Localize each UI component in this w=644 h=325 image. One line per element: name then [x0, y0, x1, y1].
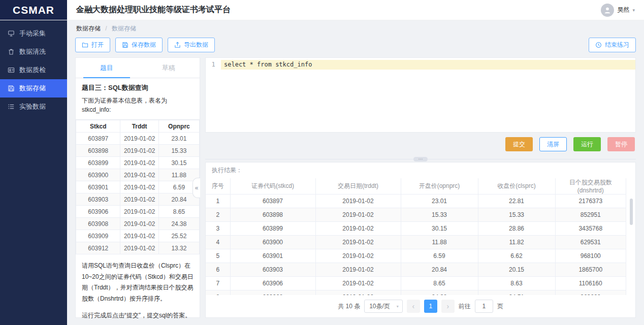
table-row: 8 603908 2019-01-02 24.38 24.51 963600 — [206, 290, 626, 296]
cell-index: 3 — [206, 222, 230, 236]
question-table-header: Trddt — [120, 120, 158, 133]
cell-opnprc: 25.52 — [158, 230, 199, 242]
cell-clsprc: 6.62 — [478, 249, 555, 263]
panel-collapse-button[interactable]: « — [192, 178, 200, 198]
cell-clsprc: 22.81 — [478, 194, 555, 208]
cell-trddt: 2019-01-02 — [120, 157, 158, 169]
table-row: 1 603897 2019-01-02 23.01 22.81 2176373 — [206, 194, 626, 208]
run-button[interactable]: 运行 — [573, 137, 601, 151]
open-button-label: 打开 — [91, 41, 104, 49]
app-logo: CSMAR — [0, 0, 67, 20]
table-row: 3 603899 2019-01-02 30.15 28.86 3435768 — [206, 222, 626, 236]
pagination: 共 10 条 10条/页 ▾ ‹ 1 › — [206, 295, 635, 317]
cell-stkcd: 603908 — [230, 290, 315, 296]
cell-opnprc: 20.84 — [401, 263, 478, 277]
cell-trddt: 2019-01-02 — [315, 208, 401, 222]
sidebar-item-data-quality[interactable]: 数据质检 — [0, 61, 67, 79]
cell-clsprc: 11.82 — [478, 236, 555, 249]
results-header: 日个股交易股数(dnshrtrd) — [555, 178, 626, 194]
cell-dnshrtrd: 629531 — [555, 236, 626, 249]
page-size-select[interactable]: 10条/页 ▾ — [364, 300, 403, 313]
results-panel: 执行结果： 序号 证券代码(stkcd) 交易日期(trddt) 开盘价(op — [205, 162, 636, 318]
tab-draft[interactable]: 草稿 — [138, 58, 200, 78]
page-number-button[interactable]: 1 — [424, 300, 437, 313]
toolbar: 打开 保存数据 导出数据 结束练习 — [75, 38, 636, 52]
sql-code-input[interactable]: select * from stkcd_info — [221, 60, 635, 70]
chevron-down-icon: ▾ — [632, 8, 635, 13]
cell-index: 7 — [206, 277, 230, 290]
cell-opnprc: 15.33 — [401, 208, 478, 222]
sidebar-item-data-clean[interactable]: 数据清洗 — [0, 43, 67, 61]
results-header-row: 序号 证券代码(stkcd) 交易日期(trddt) 开盘价(opnprc) 收… — [206, 178, 626, 194]
cell-dnshrtrd: 852951 — [555, 208, 626, 222]
user-icon — [603, 6, 611, 14]
cell-trddt: 2019-01-02 — [120, 230, 158, 242]
cell-clsprc: 20.15 — [478, 263, 555, 277]
sidebar-item-data-storage[interactable]: 数据存储 — [0, 79, 67, 98]
cell-dnshrtrd: 3435768 — [555, 222, 626, 236]
user-menu[interactable]: 昊然 ▾ — [601, 4, 635, 17]
end-practice-button[interactable]: 结束练习 — [589, 38, 636, 52]
question-panel-tabs: 题目 草稿 — [76, 58, 200, 78]
cell-index: 8 — [206, 290, 230, 296]
cell-stkcd: 603912 — [76, 242, 120, 254]
question-note: 运行完成后点击“提交”，提交sql的答案。 — [76, 304, 200, 321]
question-table-row: 603908 2019-01-02 24.38 — [76, 218, 200, 230]
export-data-button[interactable]: 导出数据 — [168, 38, 215, 52]
editor-line: 1 select * from stkcd_info — [206, 60, 635, 70]
cell-trddt: 2019-01-02 — [120, 206, 158, 218]
question-title: 题目三：SQL数据查询 — [76, 78, 200, 96]
vertical-scrollbar[interactable] — [630, 199, 633, 225]
cell-trddt: 2019-01-02 — [315, 194, 401, 208]
goto-page-input[interactable] — [475, 300, 493, 313]
cell-index: 2 — [206, 208, 230, 222]
cell-clsprc: 8.63 — [478, 277, 555, 290]
cell-opnprc: 23.01 — [401, 194, 478, 208]
question-table-row: 603906 2019-01-02 8.65 — [76, 206, 200, 218]
cell-index: 5 — [206, 249, 230, 263]
open-button[interactable]: 打开 — [75, 38, 110, 52]
question-table-row: 603903 2019-01-02 20.84 — [76, 193, 200, 206]
next-page-button[interactable]: › — [441, 300, 455, 313]
table-row: 2 603898 2019-01-02 15.33 15.33 852951 — [206, 208, 626, 222]
cell-trddt: 2019-01-02 — [120, 242, 158, 254]
save-data-button[interactable]: 保存数据 — [115, 38, 163, 52]
sidebar-item-manual-collect[interactable]: 手动采集 — [0, 24, 67, 43]
cell-stkcd: 603897 — [76, 133, 120, 145]
chevron-right-icon: › — [447, 302, 449, 310]
results-header: 序号 — [206, 178, 230, 194]
topbar: CSMAR 金融大数据处理职业技能等级证书考试平台 昊然 ▾ — [0, 0, 644, 20]
question-instructions: 请用SQL语句查询日收盘价（Clsprc）在10~20之间的证券代码（Stkcd… — [76, 254, 200, 304]
results-header: 开盘价(opnprc) — [401, 178, 478, 194]
cell-index: 1 — [206, 194, 230, 208]
cell-trddt: 2019-01-02 — [120, 218, 158, 230]
prev-page-button[interactable]: ‹ — [407, 300, 420, 313]
cell-stkcd: 603906 — [76, 206, 120, 218]
clock-icon — [595, 42, 602, 48]
workbench: 1 select * from stkcd_info 提交 清屏 运行 暂停 ⋯ — [205, 57, 636, 318]
sidebar: 手动采集 数据清洗 数据质检 数据存储 实验数据 — [0, 20, 67, 325]
question-panel: 题目 草稿 题目三：SQL数据查询 下面为证券基本信息表，表名为stkcd_in… — [75, 57, 200, 318]
question-table-row: 603899 2019-01-02 30.15 — [76, 157, 200, 169]
splitter-drag-handle[interactable]: ⋯ — [413, 157, 428, 161]
cell-stkcd: 603903 — [76, 193, 120, 206]
results-header: 收盘价(clsprc) — [478, 178, 555, 194]
results-header: 证券代码(stkcd) — [230, 178, 315, 194]
export-data-button-label: 导出数据 — [184, 41, 208, 49]
question-table-row: 603898 2019-01-02 15.33 — [76, 145, 200, 157]
sidebar-item-experiment-data[interactable]: 实验数据 — [0, 98, 67, 116]
cell-trddt: 2019-01-02 — [315, 263, 401, 277]
folder-icon — [82, 42, 88, 48]
tab-question[interactable]: 题目 — [76, 58, 138, 78]
main-area: 数据存储 / 数据存储 打开 保存数据 导出数据 — [67, 20, 644, 325]
cell-trddt: 2019-01-02 — [120, 193, 158, 206]
clear-screen-button[interactable]: 清屏 — [539, 137, 567, 151]
cell-stkcd: 603908 — [76, 218, 120, 230]
breadcrumb-level1[interactable]: 数据存储 — [76, 25, 101, 32]
trash-icon — [8, 48, 15, 55]
pause-button[interactable]: 暂停 — [607, 137, 635, 151]
submit-button[interactable]: 提交 — [505, 137, 533, 151]
save-icon — [8, 85, 15, 92]
question-table-header-row: Stkcd Trddt Opnprc — [76, 120, 200, 133]
cell-stkcd: 603903 — [230, 263, 315, 277]
